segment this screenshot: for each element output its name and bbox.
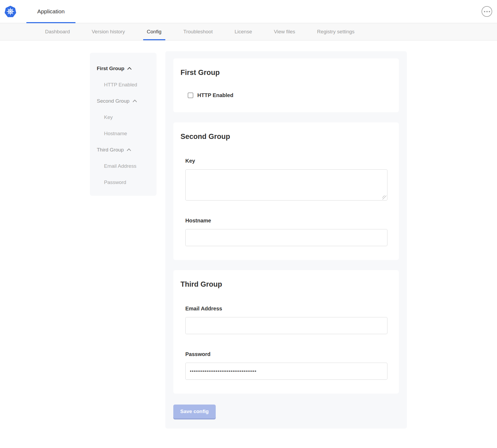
sidebar-item-email-address[interactable]: Email Address [90, 158, 157, 174]
app-nav: Dashboard Version history Config Trouble… [0, 23, 497, 41]
top-bar: Application [0, 0, 497, 23]
config-group-card-first: First Group HTTP Enabled [173, 58, 399, 112]
sidebar-item-label: Key [104, 114, 113, 120]
checkbox-label: HTTP Enabled [197, 92, 233, 98]
password-field: Password [185, 351, 387, 380]
nav-tab-dashboard[interactable]: Dashboard [41, 23, 74, 40]
http-enabled-row: HTTP Enabled [188, 92, 387, 98]
sidebar-item-http-enabled[interactable]: HTTP Enabled [90, 77, 157, 93]
email-address-field: Email Address [185, 306, 387, 334]
more-menu-button[interactable] [482, 6, 492, 17]
group-title-third: Third Group [181, 280, 387, 289]
sidebar-item-label: Email Address [104, 163, 136, 169]
sidebar-item-label: Password [104, 179, 126, 185]
sidebar-group-second-group[interactable]: Second Group [90, 93, 157, 109]
http-enabled-checkbox[interactable] [188, 93, 193, 98]
kubernetes-logo-icon [4, 5, 17, 18]
field-label-hostname: Hostname [185, 218, 387, 224]
sidebar-item-label: Hostname [104, 131, 127, 137]
nav-tab-license[interactable]: License [231, 23, 256, 40]
sidebar-item-label: HTTP Enabled [104, 82, 137, 88]
nav-tab-view-files[interactable]: View files [270, 23, 299, 40]
tab-application[interactable]: Application [26, 0, 75, 23]
sidebar-item-key[interactable]: Key [90, 109, 157, 125]
config-group-card-second: Second Group Key Hostname [173, 122, 399, 260]
group-title-second: Second Group [181, 133, 387, 141]
hostname-input[interactable] [185, 229, 387, 246]
app-tab-label: Application [37, 8, 65, 15]
field-label-key: Key [185, 158, 387, 164]
nav-tab-registry-settings[interactable]: Registry settings [313, 23, 358, 40]
sidebar-group-label: Third Group [97, 147, 124, 153]
config-sidebar: First Group HTTP Enabled Second Group Ke… [90, 53, 157, 196]
sidebar-group-first-group[interactable]: First Group [90, 60, 157, 77]
sidebar-group-label: Second Group [97, 98, 130, 104]
chevron-up-icon [127, 67, 132, 70]
save-config-button[interactable]: Save config [173, 405, 216, 418]
key-field: Key [185, 158, 387, 201]
password-input[interactable] [185, 363, 387, 380]
sidebar-item-password[interactable]: Password [90, 174, 157, 190]
nav-tab-version-history[interactable]: Version history [88, 23, 129, 40]
nav-tab-troubleshoot[interactable]: Troubleshoot [180, 23, 217, 40]
email-address-input[interactable] [185, 317, 387, 334]
ellipsis-icon [484, 11, 490, 12]
field-label-password: Password [185, 351, 387, 357]
chevron-up-icon [127, 148, 131, 151]
nav-tab-config[interactable]: Config [143, 23, 165, 40]
field-label-email-address: Email Address [185, 306, 387, 312]
group-title-first: First Group [181, 69, 387, 77]
config-group-card-third: Third Group Email Address Password [173, 270, 399, 394]
key-textarea[interactable] [185, 169, 387, 201]
hostname-field: Hostname [185, 218, 387, 246]
sidebar-item-hostname[interactable]: Hostname [90, 125, 157, 142]
resize-handle-icon[interactable] [382, 195, 386, 199]
config-panel: First Group HTTP Enabled Second Group Ke… [165, 51, 407, 429]
chevron-up-icon [133, 99, 137, 102]
sidebar-group-third-group[interactable]: Third Group [90, 142, 157, 158]
save-config-label: Save config [180, 409, 209, 414]
content-area: First Group HTTP Enabled Second Group Ke… [0, 41, 497, 429]
sidebar-group-label: First Group [97, 66, 124, 71]
